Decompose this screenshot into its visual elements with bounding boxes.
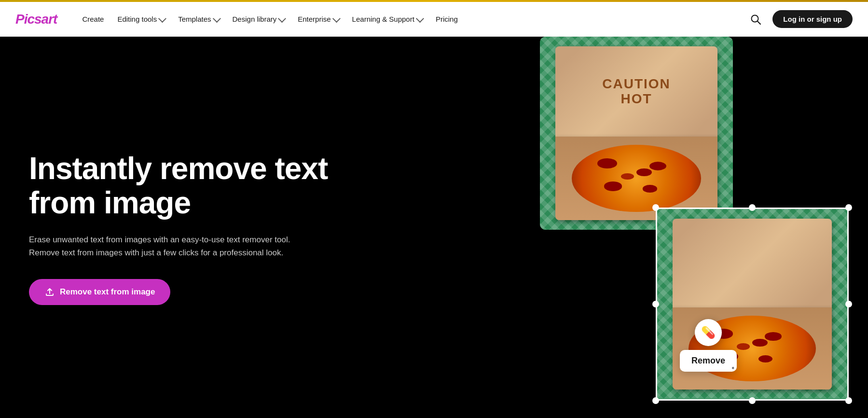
magic-eraser-icon: 💊 (701, 326, 716, 339)
after-image (656, 208, 849, 401)
nav-create[interactable]: Create (76, 11, 110, 27)
chevron-down-icon (416, 14, 424, 23)
search-icon (750, 14, 761, 25)
chevron-down-icon (278, 14, 286, 23)
selection-handle-mr (845, 301, 852, 307)
nav-editing-tools[interactable]: Editing tools (111, 11, 170, 27)
selection-handle-bl (652, 397, 659, 404)
nav: Create Editing tools Templates Design li… (76, 11, 746, 27)
caution-text: CAUTIONHOT (602, 77, 671, 107)
hero-description: Erase unwanted text from images with an … (29, 233, 318, 259)
selection-handle-br (845, 397, 852, 404)
remove-tooltip: 💊 ✦ Remove (680, 319, 737, 372)
selection-handle-ml (652, 301, 659, 307)
hero-section: Instantly remove text from image Erase u… (0, 37, 868, 418)
selection-handle-tl (652, 204, 659, 211)
before-image: CAUTIONHOT (540, 37, 733, 230)
chevron-down-icon (158, 14, 166, 23)
login-button[interactable]: Log in or sign up (772, 10, 853, 28)
hero-images: CAUTIONHOT (540, 37, 868, 418)
header: Picsart Create Editing tools Templates D… (0, 2, 868, 37)
upload-icon (44, 287, 55, 297)
header-actions: Log in or sign up (746, 10, 853, 28)
after-image-container: 💊 ✦ Remove (656, 208, 849, 401)
nav-templates[interactable]: Templates (172, 11, 224, 27)
chevron-down-icon (212, 14, 220, 23)
cta-label: Remove text from image (60, 287, 155, 297)
search-button[interactable] (746, 10, 765, 28)
remove-label: Remove (680, 350, 737, 372)
selection-handle-bm (749, 397, 756, 404)
svg-line-1 (758, 21, 760, 24)
magic-eraser-circle: 💊 ✦ (695, 319, 722, 346)
hero-content: Instantly remove text from image Erase u… (0, 113, 362, 343)
selection-handle-tr (845, 204, 852, 211)
nav-learning-support[interactable]: Learning & Support (346, 11, 428, 27)
sparkle-icon: ✦ (731, 365, 735, 371)
hero-title: Instantly remove text from image (29, 152, 333, 220)
logo[interactable]: Picsart (15, 12, 57, 27)
cta-button[interactable]: Remove text from image (29, 279, 170, 305)
chevron-down-icon (332, 14, 341, 23)
nav-pricing[interactable]: Pricing (430, 11, 464, 27)
nav-enterprise[interactable]: Enterprise (292, 11, 344, 27)
selection-handle-tm (749, 204, 756, 211)
nav-design-library[interactable]: Design library (227, 11, 290, 27)
